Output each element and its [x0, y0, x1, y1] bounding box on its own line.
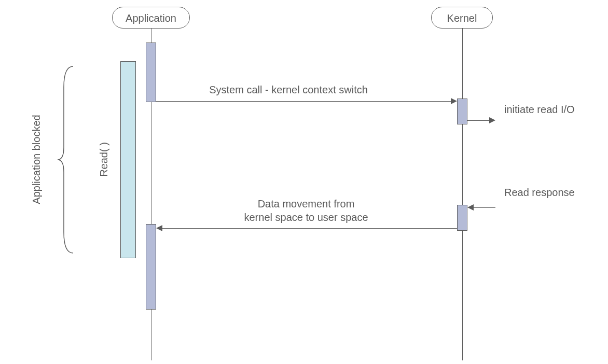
arrow-datamove-head-icon	[156, 225, 162, 231]
read-call-label: Read( )	[98, 142, 110, 178]
brace-icon	[56, 64, 76, 255]
kernel-lifeline	[462, 29, 463, 360]
arrow-datamove	[162, 228, 457, 229]
arrow-initiate-label: initiate read I/O	[504, 103, 603, 116]
application-blocked-label: Application blocked	[31, 108, 43, 212]
arrow-response-label: Read response	[504, 186, 603, 199]
application-lifeline-header: Application	[112, 7, 190, 29]
arrow-syscall-head-icon	[451, 98, 457, 104]
kernel-activation-response	[457, 205, 467, 231]
arrow-syscall-label: System call - kernel context switch	[185, 83, 392, 96]
application-activation-top	[146, 43, 156, 102]
arrow-response-head-icon	[467, 204, 474, 211]
sequence-diagram: Application Kernel Read( ) Application b…	[0, 0, 608, 364]
arrow-datamove-label-line2: kernel space to user space	[244, 212, 368, 223]
arrow-datamove-label-line1: Data movement from	[258, 198, 355, 209]
kernel-activation-initiate	[457, 99, 467, 124]
arrow-datamove-label: Data movement from kernel space to user …	[223, 197, 389, 224]
application-activation-bottom	[146, 224, 156, 310]
kernel-lifeline-header: Kernel	[431, 7, 493, 29]
read-call-span	[120, 61, 136, 258]
arrow-initiate	[467, 120, 489, 121]
arrow-response	[474, 207, 495, 208]
arrow-syscall	[156, 101, 452, 102]
arrow-initiate-head-icon	[489, 117, 495, 123]
